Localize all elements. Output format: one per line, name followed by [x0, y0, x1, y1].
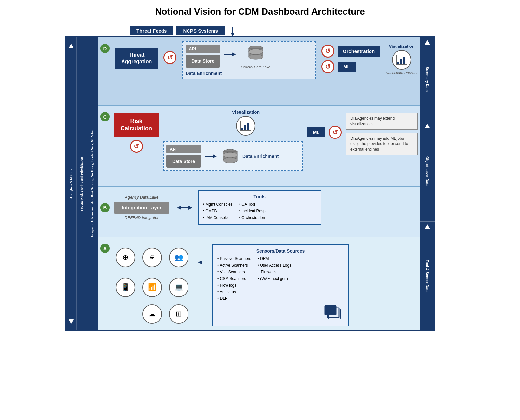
tools-title: Tools	[203, 194, 316, 199]
data-enrichment-d-label: Data Enrichment	[186, 71, 312, 76]
db-icon-c	[222, 148, 239, 165]
band-a: A ⊕ 🖨 👥 📱 📶 💻 ☁ ⊞	[66, 237, 435, 330]
mobile-icon: 📱	[116, 278, 135, 297]
data-store-d: Data Store	[186, 55, 220, 68]
integration-layer-box: Integration Layer	[114, 202, 169, 214]
federal-risk-label: Federal Risk Scoring and Prioritization	[80, 157, 84, 211]
wifi-icon: 📶	[142, 278, 162, 297]
defend-integrator-label: DEFEND Integrator	[125, 216, 159, 220]
svg-rect-11	[241, 128, 243, 130]
tools-item-cmdb: • CMDB	[203, 208, 233, 214]
refresh-icon-ml: ↺	[321, 60, 334, 73]
data-enrichment-c-label: Data Enrichment	[242, 154, 279, 159]
db-icon-d	[247, 45, 264, 64]
visualization-d-label: Visualization	[389, 44, 414, 49]
analytics-arrow-up	[69, 43, 74, 48]
visualization-c-label: Visualization	[232, 110, 260, 115]
svg-rect-23	[325, 305, 336, 315]
crosshair-icon: ⊕	[116, 248, 135, 267]
feed-arrow	[228, 27, 238, 36]
svg-rect-6	[397, 62, 399, 64]
arrow-a-up	[195, 261, 208, 280]
top-feeds-area: Threat Feeds NCPS Systems	[65, 23, 455, 36]
arrow-b-tools	[177, 204, 193, 211]
refresh-icon-orch: ↺	[321, 45, 334, 58]
orchestration-box: Orchestration	[338, 46, 380, 57]
tools-item-incident: • Incident Resp.	[239, 208, 266, 214]
chart-icon-d	[392, 50, 411, 70]
svg-rect-13	[247, 123, 249, 130]
tool-sensor-label: Tool & Sensor Data	[425, 260, 429, 293]
tools-col1: • Mgmt Consoles • CMDB • IAM Console	[203, 201, 233, 221]
summary-data-label: Summary Data	[425, 67, 429, 92]
api-box-d: API	[186, 45, 220, 53]
svg-point-5	[249, 49, 263, 54]
object-level-label: Object Level Data	[425, 156, 429, 186]
data-store-c: Data Store	[166, 155, 201, 168]
refresh-icon-d: ↺	[163, 51, 176, 64]
refresh-icon-ml-c: ↺	[329, 126, 342, 139]
band-b: B Agency Data Lake Integration Layer DEF…	[66, 187, 435, 237]
dashed-region-c: API Data Store	[163, 141, 303, 171]
tools-item-oa: • OA Tool	[239, 201, 266, 208]
table-icon: ⊞	[169, 304, 188, 324]
cdm-logo	[324, 305, 344, 322]
tools-item-orch: • Orchestration	[239, 215, 266, 221]
band-d: D Threat Aggregation ↺ API	[66, 37, 435, 106]
chart-icon-c	[236, 116, 255, 136]
integrator-policies-label: Integrator Policies including Risk Scori…	[91, 130, 95, 237]
section-c-label: C	[100, 112, 110, 121]
arrow-c-to-db	[205, 153, 218, 160]
sensors-box: Sensors/Data Sources • Passive Scanners …	[212, 244, 349, 326]
threat-feeds-box: Threat Feeds	[130, 26, 173, 35]
right-bars: Summary Data Object Level Data Tool & Se…	[420, 37, 435, 330]
left-bars: Analytics & Metrics Federal Risk Scoring…	[66, 37, 98, 330]
dashboard-provider-label: Dashboard Provider	[386, 71, 418, 75]
svg-point-4	[249, 54, 263, 59]
section-a-label: A	[100, 244, 110, 253]
sensors-col1: • Passive Scanners • Active Scanners • V…	[217, 256, 251, 302]
note-ml-jobs: DIs/Agencies may add ML jobs using the p…	[346, 133, 418, 155]
note-visualization: DIs/Agencies may extend visualizations.	[346, 113, 418, 130]
svg-point-19	[223, 158, 237, 163]
summary-data-arrow	[425, 40, 430, 45]
analytics-label: Analytics & Metrics	[69, 169, 73, 199]
diagram-region: Analytics & Metrics Federal Risk Scoring…	[65, 36, 436, 331]
api-box-c: API	[166, 145, 201, 153]
tool-sensor-arrow	[425, 224, 430, 229]
arrow-d-right	[224, 51, 237, 58]
tools-item-mgmt: • Mgmt Consoles	[203, 201, 233, 208]
page-title: Notional Vision for CDM Dashboard Archit…	[65, 7, 455, 17]
analytics-arrow-down	[69, 319, 74, 324]
laptop-icon: 💻	[169, 278, 188, 297]
users-icon: 👥	[169, 248, 188, 267]
svg-rect-8	[403, 57, 405, 64]
risk-calc-box: Risk Calculation	[114, 113, 159, 137]
ml-box-d: ML	[338, 62, 356, 72]
svg-point-20	[223, 152, 237, 158]
dashed-region-d: API Data Store	[182, 41, 316, 79]
ncps-systems-box: NCPS Systems	[176, 26, 225, 35]
tools-col2: • OA Tool • Incident Resp. • Orchestrati…	[239, 201, 266, 221]
threat-aggregation-box: Threat Aggregation	[115, 48, 158, 69]
svg-rect-12	[244, 125, 246, 130]
sensors-title: Sensors/Data Sources	[217, 248, 344, 254]
agency-data-lake-label: Agency Data Lake	[125, 195, 158, 200]
cloud-icon: ☁	[142, 304, 162, 324]
refresh-icon-c: ↺	[130, 140, 143, 153]
device-icons-area: ⊕ 🖨 👥 📱 📶 💻 ☁ ⊞	[114, 244, 190, 324]
svg-rect-7	[400, 59, 402, 64]
sensors-col2: • DRM • User Access Logs Firewalls • (WA…	[258, 256, 292, 302]
tools-item-iam: • IAM Console	[203, 215, 233, 221]
tools-box: Tools • Mgmt Consoles • CMDB • IAM Conso…	[198, 190, 321, 225]
section-b-label: B	[100, 203, 110, 212]
band-c: C Risk Calculation ↺ Visualization	[66, 106, 435, 187]
ml-box-c: ML	[307, 127, 325, 137]
federal-data-lake-label: Federal Data Lake	[241, 65, 270, 69]
object-level-arrow	[425, 124, 430, 128]
section-d-label: D	[100, 44, 110, 53]
printer-icon: 🖨	[142, 248, 162, 267]
